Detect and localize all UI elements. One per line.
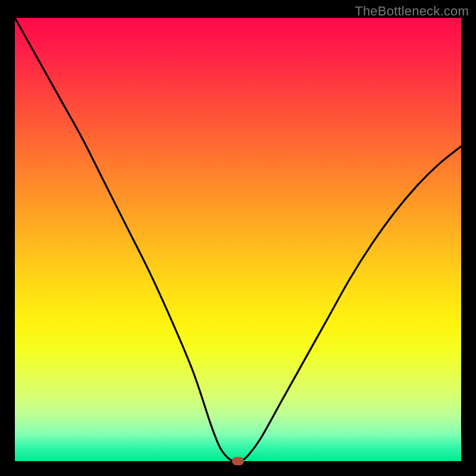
min-marker-icon	[232, 457, 244, 465]
chart-container: TheBottleneck.com	[0, 0, 476, 476]
curve-layer	[15, 18, 461, 461]
watermark-text: TheBottleneck.com	[355, 4, 469, 19]
plot-area	[15, 18, 461, 461]
bottleneck-curve	[15, 18, 461, 461]
